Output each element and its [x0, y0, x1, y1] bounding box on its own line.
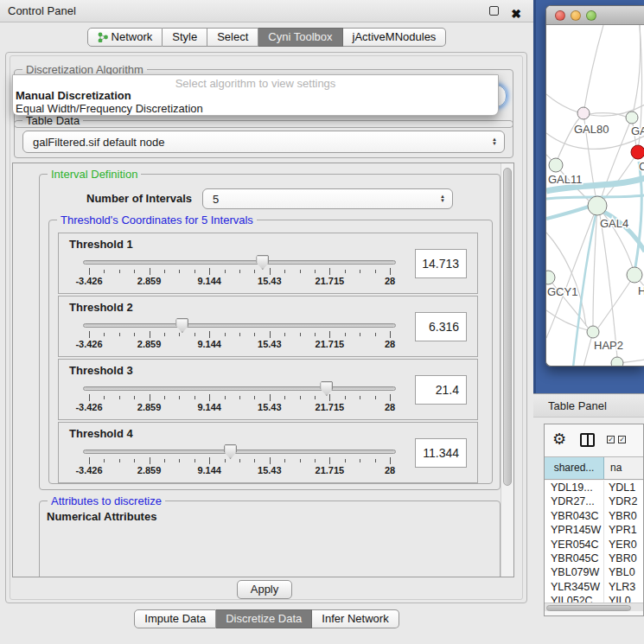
spinner-icon: ▲▼ — [492, 137, 497, 146]
table-hscrollbar-thumb[interactable] — [546, 605, 631, 611]
table-row[interactable]: YDL19...YDL1 — [545, 481, 644, 494]
column-header-name[interactable]: na — [604, 457, 644, 479]
scale-label: -3.426 — [63, 276, 115, 286]
gear-icon[interactable]: ⚙ — [552, 430, 566, 449]
network-node-gcy1[interactable] — [546, 271, 555, 284]
scale-label: -3.426 — [63, 339, 115, 349]
network-node-gal80[interactable] — [577, 107, 590, 119]
tick-mark — [225, 459, 226, 462]
cell-shared-name[interactable]: YDL19... — [545, 481, 604, 494]
tab-jactivemnodules[interactable]: jActiveMNodules — [343, 28, 447, 47]
tick-mark — [179, 333, 180, 336]
panel-title: Control Panel — [8, 4, 76, 17]
threshold-1-value-field[interactable]: 14.713 — [415, 249, 467, 278]
settings-scrollbar[interactable] — [501, 163, 513, 577]
cell-shared-name[interactable]: YPR145W — [545, 523, 604, 537]
close-icon[interactable]: ✖ — [511, 3, 521, 25]
tick-mark — [315, 333, 316, 336]
tab-discretize-data[interactable]: Discretize Data — [216, 609, 312, 628]
table-horizontal-scrollbar[interactable] — [545, 603, 644, 611]
node-label-gal80: GAL80 — [574, 123, 609, 136]
cell-name[interactable]: YLR3 — [604, 580, 644, 594]
network-node-c[interactable] — [631, 145, 644, 159]
threshold-3-slider-thumb[interactable] — [320, 381, 333, 396]
table-data-value: galFiltered.sif default node — [33, 136, 164, 149]
table-row[interactable]: YBR043CYBR0 — [545, 509, 644, 523]
tick-mark — [164, 396, 165, 399]
tick-mark — [360, 396, 360, 399]
tab-style[interactable]: Style — [163, 28, 207, 47]
cell-shared-name[interactable]: YLR345W — [545, 580, 604, 594]
network-node[interactable] — [611, 357, 623, 367]
number-of-intervals-combobox[interactable]: 5 ▲▼ — [202, 188, 453, 209]
threshold-2-slider-thumb[interactable] — [175, 318, 188, 333]
threshold-1-slider-thumb[interactable] — [256, 255, 269, 270]
cell-name[interactable]: YBL0 — [604, 565, 644, 579]
column-header-shared-name[interactable]: shared... — [545, 457, 604, 479]
tab-cyni-toolbox[interactable]: Cyni Toolbox — [258, 28, 342, 47]
cell-name[interactable]: YDL1 — [604, 481, 644, 494]
checkbox-icon[interactable]: ✓ — [618, 436, 626, 443]
table-data-combobox[interactable]: galFiltered.sif default node ▲▼ — [22, 131, 505, 153]
network-node-hap2[interactable] — [587, 326, 599, 338]
cell-shared-name[interactable]: YDR27... — [545, 494, 604, 508]
tick-mark — [300, 396, 301, 399]
tab-select[interactable]: Select — [207, 28, 258, 47]
table-row[interactable]: YPR145WYPR1 — [545, 523, 644, 537]
cell-shared-name[interactable]: YBL079W — [545, 565, 604, 579]
tick-mark — [89, 268, 90, 275]
cell-name[interactable]: YPR1 — [604, 523, 644, 537]
cell-shared-name[interactable]: YER054C — [545, 538, 604, 552]
zoom-traffic-light[interactable] — [586, 10, 596, 21]
cell-name[interactable]: YER0 — [604, 538, 644, 552]
network-node-ga[interactable] — [626, 112, 638, 124]
top-tab-bar: NetworkStyleSelectCyni ToolboxjActiveMNo… — [0, 28, 533, 47]
control-panel: Control Panel ✖ NetworkStyleSelectCyni T… — [0, 0, 533, 644]
settings-scrollbar-thumb[interactable] — [503, 168, 512, 486]
threshold-4-value-field[interactable]: 11.344 — [415, 438, 467, 468]
network-node-gal11[interactable] — [549, 158, 563, 172]
cell-name[interactable]: YBR0 — [604, 552, 644, 565]
scale-label: 2.859 — [124, 465, 175, 475]
tick-mark — [270, 394, 271, 401]
cell-name[interactable]: YBR0 — [604, 509, 644, 523]
tick-mark — [150, 394, 150, 401]
threshold-1-slider-track[interactable] — [83, 260, 396, 265]
algorithm-option-equal-width-frequency-discretization[interactable]: Equal Width/Frequency Discretization — [16, 102, 496, 115]
network-node-gal4[interactable] — [588, 196, 607, 215]
table-row[interactable]: YDR27...YDR2 — [545, 494, 644, 508]
tick-mark — [284, 270, 285, 273]
tick-mark — [225, 333, 226, 336]
tab-infer-network[interactable]: Infer Network — [312, 609, 399, 628]
tab-network[interactable]: Network — [87, 28, 163, 47]
tick-mark — [89, 394, 90, 401]
settings-scrollpane: Interval Definition Number of Intervals … — [12, 163, 514, 577]
cell-shared-name[interactable]: YBR045C — [545, 552, 604, 565]
table-row[interactable]: YLR345WYLR3 — [545, 580, 644, 594]
tab-impute-data[interactable]: Impute Data — [134, 609, 216, 628]
threshold-3-value-field[interactable]: 21.4 — [415, 375, 467, 405]
threshold-3-slider-track[interactable] — [83, 386, 396, 391]
cell-name[interactable]: YDR2 — [604, 494, 644, 508]
algorithm-option-manual-discretization[interactable]: Manual Discretization — [16, 89, 496, 102]
checkbox-icon[interactable]: ✓ — [607, 436, 615, 443]
columns-icon[interactable] — [580, 433, 595, 447]
threshold-2-value-field[interactable]: 6.316 — [415, 312, 467, 341]
cell-shared-name[interactable]: YBR043C — [545, 509, 604, 523]
tick-mark — [315, 396, 316, 399]
threshold-4-slider-thumb[interactable] — [224, 444, 237, 459]
table-row[interactable]: YBL079WYBL0 — [545, 565, 644, 579]
minimize-traffic-light[interactable] — [571, 10, 581, 21]
tick-mark — [209, 457, 210, 464]
table-row[interactable]: YER054CYER0 — [545, 538, 644, 552]
network-node-h[interactable] — [627, 267, 642, 283]
apply-button[interactable]: Apply — [237, 580, 292, 599]
scale-label: 9.144 — [183, 402, 235, 412]
threshold-4-slider-track[interactable] — [83, 450, 396, 454]
threshold-2-slider-track[interactable] — [83, 323, 396, 328]
network-canvas[interactable]: GAL80GACGAL11GAL4GCY1HHAP2 — [546, 25, 644, 367]
close-traffic-light[interactable] — [555, 10, 565, 21]
tab-cyni-toolbox-label: Cyni Toolbox — [268, 29, 332, 46]
table-row[interactable]: YBR045CYBR0 — [545, 552, 644, 565]
float-window-icon[interactable] — [489, 6, 499, 16]
